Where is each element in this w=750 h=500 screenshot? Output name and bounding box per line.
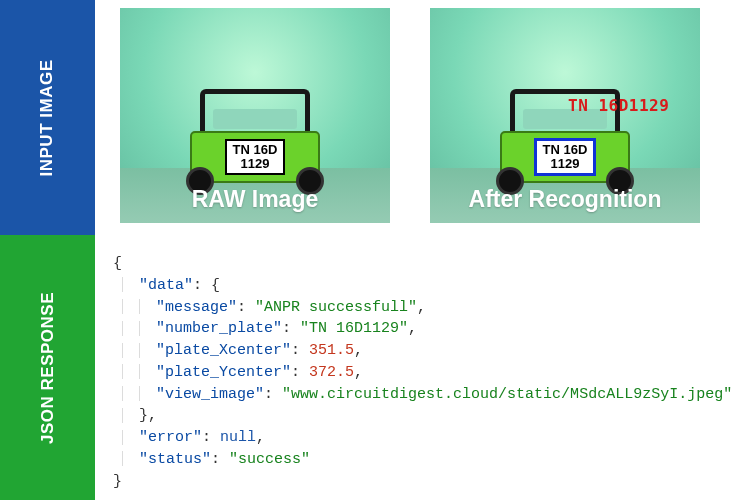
- plate-line1: TN 16D: [233, 143, 278, 157]
- brace: }: [113, 473, 122, 490]
- after-recognition-caption: After Recognition: [430, 186, 700, 213]
- json-data-message: ANPR successfull: [264, 299, 408, 316]
- toy-car: TN 16D 1129: [190, 89, 320, 183]
- raw-image-card: TN 16D 1129 RAW Image: [120, 8, 390, 223]
- json-number-plate: TN 16D1129: [309, 320, 399, 337]
- after-recognition-card: TN 16D 1129 TN 16D1129 After Recognition: [430, 8, 700, 223]
- brace: {: [113, 255, 122, 272]
- json-response-code: { "data": { "message": "ANPR successfull…: [95, 235, 750, 500]
- input-image-sidebar: INPUT IMAGE: [0, 0, 95, 235]
- image-pair: TN 16D 1129 RAW Image TN 16D 1129: [95, 0, 750, 235]
- json-status: success: [238, 451, 301, 468]
- json-plate-xcenter: 351.5: [309, 342, 354, 359]
- json-response-sidebar: JSON RESPONSE: [0, 235, 95, 500]
- json-error: null: [220, 429, 256, 446]
- json-response-label: JSON RESPONSE: [38, 292, 58, 444]
- input-image-label: INPUT IMAGE: [38, 59, 58, 176]
- ocr-overlay-text: TN 16D1129: [568, 96, 669, 115]
- plate-line1: TN 16D: [543, 143, 588, 157]
- input-image-section: INPUT IMAGE TN 16D 1129 RAW Image: [0, 0, 750, 235]
- json-plate-ycenter: 372.5: [309, 364, 354, 381]
- raw-image-caption: RAW Image: [120, 186, 390, 213]
- json-response-section: JSON RESPONSE { "data": { "message": "AN…: [0, 235, 750, 500]
- json-view-image: www.circuitdigest.cloud/static/MSdcALL9z…: [291, 386, 723, 403]
